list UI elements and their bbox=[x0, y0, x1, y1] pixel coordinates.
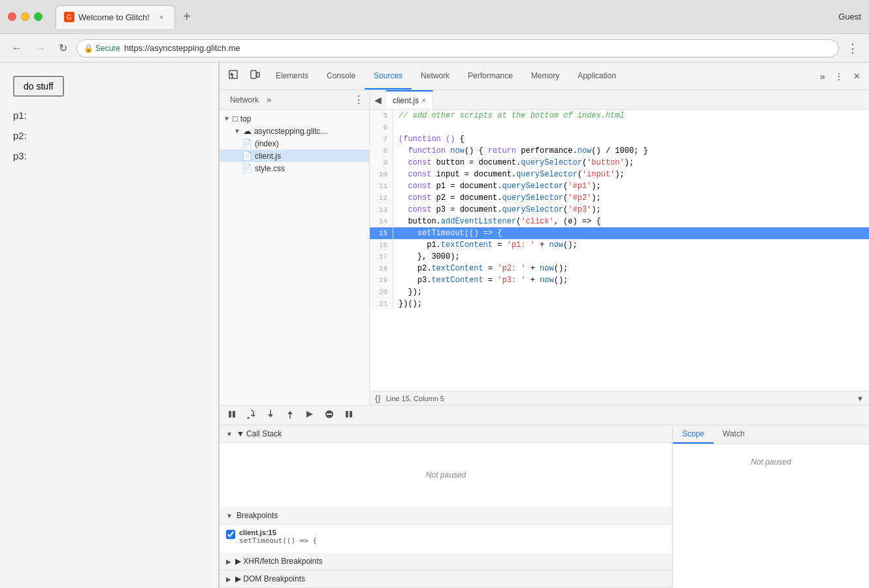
editor-tab-close-button[interactable]: × bbox=[421, 96, 426, 105]
tree-item-asyncstepping[interactable]: ▼ ☁ asyncstepping.glitc… bbox=[220, 125, 369, 137]
minimize-window-button[interactable] bbox=[21, 12, 29, 21]
dom-arrow: ▶ bbox=[226, 576, 231, 583]
browser-menu-button[interactable]: ⋮ bbox=[844, 39, 861, 58]
p3-label: p3: bbox=[13, 150, 205, 161]
file-tree-panel: Network » ⋮ ▼ □ top bbox=[220, 90, 370, 405]
scope-content: Not paused bbox=[673, 444, 869, 480]
step-button[interactable] bbox=[302, 407, 318, 423]
tab-title: Welcome to Glitch! bbox=[78, 12, 150, 22]
tab-sources[interactable]: Sources bbox=[365, 63, 412, 90]
tab-elements[interactable]: Elements bbox=[267, 63, 318, 90]
call-stack-content: Not paused bbox=[220, 443, 672, 507]
code-line-17: 17 }, 3000); bbox=[370, 251, 869, 263]
call-stack-header[interactable]: ▼ ▼ Call Stack bbox=[220, 425, 672, 443]
code-line-14: 14 button.addEventListener('click', (e) … bbox=[370, 216, 869, 227]
xhr-label: ▶ XHR/fetch Breakpoints bbox=[235, 557, 323, 566]
code-line-6: 6 bbox=[370, 122, 869, 133]
file-tree-menu-button[interactable]: ⋮ bbox=[353, 93, 364, 106]
forward-button[interactable]: → bbox=[31, 40, 50, 57]
tree-item-top[interactable]: ▼ □ top bbox=[220, 112, 369, 125]
tab-console[interactable]: Console bbox=[318, 63, 365, 90]
scope-tabs: Scope Watch bbox=[673, 425, 869, 444]
breakpoint-info-1: client.js:15 setTimeout(() => { bbox=[239, 529, 317, 545]
inspect-element-button[interactable] bbox=[225, 67, 243, 85]
svg-rect-4 bbox=[233, 411, 235, 417]
tree-label-index: (index) bbox=[255, 139, 279, 148]
editor-tab-client-js[interactable]: client.js × bbox=[386, 90, 433, 109]
breakpoints-arrow: ▼ bbox=[226, 512, 233, 519]
devtools-settings-button[interactable]: ⋮ bbox=[830, 69, 847, 84]
step-over-button[interactable] bbox=[243, 407, 259, 423]
tree-label-asyncstepping: asyncstepping.glitc… bbox=[254, 127, 328, 136]
svg-rect-3 bbox=[229, 411, 231, 417]
tree-item-style-css[interactable]: 📄 style.css bbox=[220, 162, 369, 174]
file-tree-more-button[interactable]: » bbox=[267, 95, 271, 105]
scope-tab-watch[interactable]: Watch bbox=[713, 425, 754, 444]
tab-performance[interactable]: Performance bbox=[459, 63, 522, 90]
tab-application[interactable]: Application bbox=[568, 63, 625, 90]
breakpoint-location-1: client.js:15 bbox=[239, 529, 317, 536]
dom-label: ▶ DOM Breakpoints bbox=[235, 574, 305, 583]
network-tab[interactable]: Network bbox=[225, 95, 264, 105]
back-button[interactable]: ← bbox=[8, 40, 26, 57]
new-tab-button[interactable]: + bbox=[178, 8, 196, 26]
tree-arrow-asyncstepping: ▼ bbox=[234, 127, 240, 135]
devtools-panels: Network » ⋮ ▼ □ top bbox=[220, 90, 869, 588]
tab-bar: G Welcome to Glitch! × + bbox=[56, 5, 833, 29]
status-position: Line 15, Column 5 bbox=[386, 395, 444, 402]
step-into-button[interactable] bbox=[263, 407, 278, 423]
xhr-breakpoints-header[interactable]: ▶ ▶ XHR/fetch Breakpoints bbox=[220, 553, 672, 570]
device-toolbar-button[interactable] bbox=[246, 67, 264, 85]
not-paused-label: Not paused bbox=[426, 470, 466, 480]
svg-rect-16 bbox=[350, 411, 352, 417]
svg-marker-11 bbox=[287, 411, 293, 414]
pause-resume-button[interactable] bbox=[225, 408, 239, 423]
address-bar[interactable]: 🔒 Secure https://asyncstepping.glitch.me bbox=[76, 39, 839, 57]
breakpoints-header[interactable]: ▼ Breakpoints bbox=[220, 507, 672, 525]
refresh-button[interactable]: ↻ bbox=[55, 39, 71, 57]
editor-nav-back[interactable]: ◀ bbox=[372, 93, 384, 106]
svg-marker-12 bbox=[306, 411, 313, 417]
code-editor: ◀ client.js × 5 // add other scripts bbox=[370, 90, 869, 405]
code-content[interactable]: 5 // add other scripts at the bottom of … bbox=[370, 110, 869, 391]
pause-exceptions-button[interactable] bbox=[341, 407, 357, 423]
breakpoint-checkbox-1[interactable] bbox=[226, 530, 235, 539]
code-line-9: 9 const button = document.querySelector(… bbox=[370, 157, 869, 169]
code-lines: 5 // add other scripts at the bottom of … bbox=[370, 110, 869, 310]
close-window-button[interactable] bbox=[8, 12, 16, 21]
breakpoints-label: Breakpoints bbox=[237, 511, 278, 520]
step-out-button[interactable] bbox=[282, 407, 298, 423]
deactivate-breakpoints-button[interactable] bbox=[321, 407, 337, 423]
svg-marker-5 bbox=[253, 414, 255, 417]
tab-close-button[interactable]: × bbox=[156, 12, 167, 22]
file-icon-index: 📄 bbox=[242, 139, 252, 148]
file-tree-toolbar: Network » ⋮ bbox=[220, 90, 369, 110]
devtools-top-area: Network » ⋮ ▼ □ top bbox=[220, 90, 869, 405]
browser-tab[interactable]: G Welcome to Glitch! × bbox=[56, 5, 175, 29]
p1-label: p1: bbox=[13, 110, 205, 121]
do-stuff-button[interactable]: do stuff bbox=[13, 76, 64, 97]
dom-breakpoints-header[interactable]: ▶ ▶ DOM Breakpoints bbox=[220, 570, 672, 588]
breakpoints-list: client.js:15 setTimeout(() => { bbox=[220, 525, 672, 553]
maximize-window-button[interactable] bbox=[34, 12, 42, 21]
tree-item-client-js[interactable]: 📄 client.js bbox=[220, 150, 369, 162]
breakpoint-code-1: setTimeout(() => { bbox=[239, 536, 317, 545]
code-line-8: 8 function now() { return performance.no… bbox=[370, 145, 869, 157]
devtools-close-button[interactable]: × bbox=[850, 68, 864, 85]
code-line-7: 7 (function () { bbox=[370, 133, 869, 145]
code-line-5: 5 // add other scripts at the bottom of … bbox=[370, 110, 869, 122]
scope-tab-scope[interactable]: Scope bbox=[673, 425, 713, 444]
svg-rect-2 bbox=[257, 73, 259, 77]
editor-nav-arrows: ◀ bbox=[372, 93, 384, 106]
status-collapse-button[interactable]: ▼ bbox=[857, 395, 864, 402]
devtools-toolbar: Elements Console Sources Network Perform… bbox=[220, 63, 869, 90]
tab-network[interactable]: Network bbox=[412, 63, 459, 90]
tree-item-index[interactable]: 📄 (index) bbox=[220, 137, 369, 150]
p2-label: p2: bbox=[13, 130, 205, 141]
debug-right-panel: Scope Watch Not paused bbox=[673, 425, 869, 588]
file-tree-content: ▼ □ top ▼ ☁ asyncstepping.glitc… bbox=[220, 110, 369, 405]
devtools-more-tabs-button[interactable]: » bbox=[817, 69, 828, 84]
code-line-15: 15 setTimeout(() => { bbox=[370, 227, 869, 239]
code-line-13: 13 const p3 = document.querySelector('#p… bbox=[370, 204, 869, 216]
tab-memory[interactable]: Memory bbox=[522, 63, 568, 90]
